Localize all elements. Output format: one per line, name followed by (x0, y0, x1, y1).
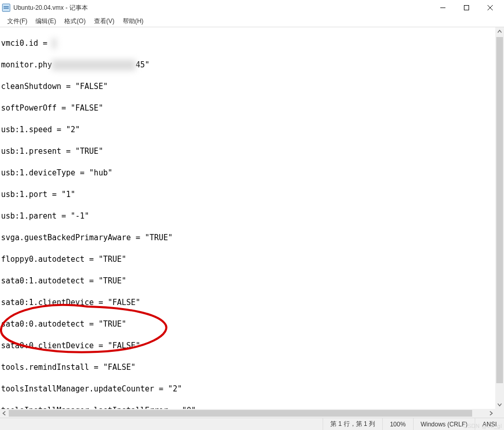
scroll-track-h[interactable] (9, 409, 487, 418)
notepad-window: Ubuntu-20.04.vmx - 记事本 文件(F) 编辑(E) 格式(O)… (0, 0, 504, 430)
vertical-scrollbar[interactable] (495, 27, 504, 409)
menu-help[interactable]: 帮助(H) (119, 16, 148, 27)
status-encoding: ANSI (475, 418, 504, 430)
notepad-icon (2, 4, 10, 12)
scroll-down-button[interactable] (495, 400, 504, 409)
scroll-up-button[interactable] (495, 27, 504, 36)
text-content: vmci0.id = monitor.phy 45" cleanShutdown… (0, 27, 495, 409)
scroll-track-v[interactable] (495, 36, 504, 400)
menu-view[interactable]: 查看(V) (90, 16, 119, 27)
maximize-button[interactable] (455, 0, 478, 15)
close-button[interactable] (478, 0, 502, 15)
status-lineend: Windows (CRLF) (413, 418, 475, 430)
scroll-left-button[interactable] (0, 409, 9, 418)
scrollbar-corner (495, 409, 504, 418)
menubar: 文件(F) 编辑(E) 格式(O) 查看(V) 帮助(H) (0, 15, 504, 27)
status-zoom: 100% (382, 418, 413, 430)
minimize-button[interactable] (431, 0, 455, 15)
statusbar: 第 1 行，第 1 列 100% Windows (CRLF) ANSI (0, 418, 504, 430)
window-title: Ubuntu-20.04.vmx - 记事本 (13, 4, 88, 12)
menu-edit[interactable]: 编辑(E) (31, 16, 60, 27)
horizontal-scrollbar[interactable] (0, 409, 495, 418)
titlebar: Ubuntu-20.04.vmx - 记事本 (0, 0, 504, 15)
text-editor[interactable]: vmci0.id = monitor.phy 45" cleanShutdown… (0, 27, 495, 409)
editor-area: vmci0.id = monitor.phy 45" cleanShutdown… (0, 27, 504, 418)
status-position: 第 1 行，第 1 列 (323, 418, 382, 430)
scroll-thumb-v[interactable] (496, 37, 503, 383)
menu-format[interactable]: 格式(O) (60, 16, 89, 27)
scroll-thumb-h[interactable] (9, 410, 472, 417)
svg-rect-1 (464, 6, 469, 10)
scroll-right-button[interactable] (487, 409, 495, 418)
menu-file[interactable]: 文件(F) (3, 16, 31, 27)
